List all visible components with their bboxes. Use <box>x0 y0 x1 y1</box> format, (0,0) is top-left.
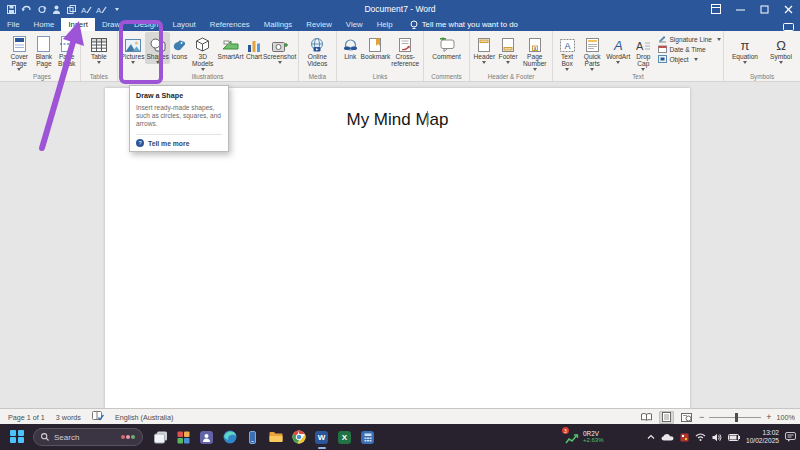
dropdown-arrow-icon <box>717 38 721 41</box>
tab-file[interactable]: File <box>0 18 27 31</box>
document-area[interactable]: My Mind Map <box>0 82 800 408</box>
shapes-label: Shapes <box>146 53 168 60</box>
zoom-slider-handle[interactable] <box>735 413 738 422</box>
drop-cap-button[interactable]: A Drop Cap <box>631 32 655 71</box>
tab-insert[interactable]: Insert <box>61 18 95 31</box>
ribbon-display-options-icon[interactable] <box>704 0 728 18</box>
start-button[interactable] <box>10 430 25 445</box>
tab-draw[interactable]: Draw <box>95 18 127 31</box>
quick-parts-button[interactable]: Quick Parts <box>579 32 605 71</box>
pictures-button[interactable]: Pictures <box>120 32 146 64</box>
symbol-button[interactable]: Ω Symbol <box>764 32 798 64</box>
minimize-button[interactable] <box>728 0 752 18</box>
onedrive-cloud-icon[interactable] <box>661 433 674 441</box>
zoom-out-button[interactable]: − <box>699 413 704 422</box>
word-icon[interactable]: W <box>314 430 329 445</box>
comment-label: Comment <box>432 53 461 60</box>
tooltip-title: Draw a Shape <box>136 91 222 100</box>
redo-icon[interactable] <box>36 4 47 15</box>
3d-models-button[interactable]: 3D Models <box>189 32 217 71</box>
online-videos-button[interactable]: Online Videos <box>301 32 333 67</box>
3d-models-label: 3D Models <box>190 53 216 67</box>
undo-icon[interactable] <box>21 4 32 15</box>
customize-qat-icon[interactable] <box>111 4 122 15</box>
object-button[interactable]: Object <box>658 55 721 63</box>
tab-mailings[interactable]: Mailings <box>257 18 300 31</box>
chart-icon <box>247 33 261 53</box>
save-icon[interactable] <box>6 4 17 15</box>
language-indicator[interactable]: English (Australia) <box>115 413 173 422</box>
stock-widget[interactable]: 3 0R2V +2.63% <box>565 430 604 444</box>
shapes-button[interactable]: Shapes <box>145 32 169 64</box>
notification-center-icon[interactable] <box>785 432 796 442</box>
taskbar-search[interactable]: Search <box>33 428 143 446</box>
drop-cap-label: Drop Cap <box>632 53 654 67</box>
clock[interactable]: 13:02 10/02/2025 <box>746 429 779 445</box>
tray-chevron-up-icon[interactable] <box>647 434 655 440</box>
format-pen-icon[interactable]: A <box>81 4 92 15</box>
close-button[interactable] <box>776 0 800 18</box>
tab-help[interactable]: Help <box>370 18 400 31</box>
equation-button[interactable]: π Equation <box>726 32 764 64</box>
tray-app-icon[interactable] <box>680 433 689 442</box>
excel-icon[interactable]: X <box>337 430 352 445</box>
draw-pen-icon[interactable]: A <box>96 4 107 15</box>
file-explorer-icon[interactable] <box>268 430 283 445</box>
text-cursor <box>427 111 428 127</box>
tell-me-more-link[interactable]: ? Tell me more <box>136 134 222 147</box>
edge-icon[interactable] <box>222 430 237 445</box>
bookmark-button[interactable]: Bookmark <box>361 32 389 60</box>
chart-button[interactable]: Chart <box>245 32 264 60</box>
tell-me-box[interactable]: Tell me what you want to do <box>400 18 518 31</box>
wifi-icon[interactable] <box>695 433 706 441</box>
proofing-icon[interactable] <box>92 411 104 423</box>
restore-button[interactable] <box>752 0 776 18</box>
tab-layout[interactable]: Layout <box>165 18 202 31</box>
cover-page-button[interactable]: Cover Page <box>6 32 33 71</box>
text-group-label: Text <box>555 73 721 81</box>
wordart-button[interactable]: A WordArt <box>605 32 631 64</box>
zoom-slider[interactable] <box>709 417 761 418</box>
page-number-button[interactable]: a Page Number <box>520 32 550 71</box>
teams-icon[interactable] <box>199 430 214 445</box>
tab-references[interactable]: References <box>203 18 257 31</box>
dropdown-arrow-icon <box>156 61 160 64</box>
read-mode-button[interactable] <box>639 411 654 424</box>
print-layout-button[interactable] <box>659 411 674 424</box>
tab-home[interactable]: Home <box>27 18 62 31</box>
task-view-icon[interactable] <box>153 430 168 445</box>
battery-icon[interactable] <box>728 434 740 441</box>
chrome-icon[interactable] <box>291 430 306 445</box>
footer-button[interactable]: Footer <box>497 32 520 64</box>
header-button[interactable]: Header <box>472 32 497 64</box>
widgets-icon[interactable] <box>176 430 191 445</box>
smartart-button[interactable]: SmartArt <box>217 32 245 60</box>
zoom-in-button[interactable]: + <box>766 413 771 422</box>
date-time-button[interactable]: Date & Time <box>658 45 721 53</box>
comment-button[interactable]: Comment <box>428 32 466 60</box>
tab-review[interactable]: Review <box>299 18 339 31</box>
volume-icon[interactable] <box>712 433 722 442</box>
phone-link-icon[interactable] <box>245 430 260 445</box>
link-label: Link <box>344 53 356 60</box>
word-count[interactable]: 3 words <box>56 413 81 422</box>
link-button[interactable]: Link <box>339 32 361 60</box>
page-count[interactable]: Page 1 of 1 <box>8 413 45 422</box>
collapse-ribbon-icon[interactable] <box>786 73 794 79</box>
copy-icon[interactable] <box>66 4 77 15</box>
zoom-level[interactable]: 100% <box>777 413 795 422</box>
person-icon[interactable] <box>51 4 62 15</box>
blank-page-button[interactable]: Blank Page <box>33 32 56 67</box>
screenshot-button[interactable]: Screenshot <box>264 32 296 64</box>
icons-button[interactable]: Icons <box>170 32 189 60</box>
tab-design[interactable]: Design <box>127 18 165 31</box>
signature-line-button[interactable]: Signature Line <box>658 35 721 43</box>
comment-icon <box>438 33 455 53</box>
web-layout-button[interactable] <box>679 411 694 424</box>
tab-view[interactable]: View <box>339 18 370 31</box>
text-box-button[interactable]: A Text Box <box>555 32 579 71</box>
cross-reference-button[interactable]: Cross-reference <box>389 32 421 67</box>
calculator-icon[interactable] <box>360 430 375 445</box>
page-break-button[interactable]: Page Break <box>55 32 78 67</box>
table-button[interactable]: Table <box>84 32 114 64</box>
